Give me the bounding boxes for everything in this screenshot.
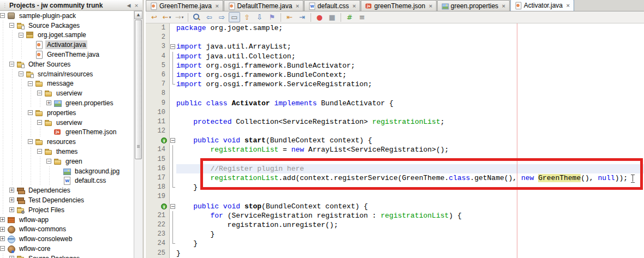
toggle-bookmark-icon[interactable]: ⚑ [266, 12, 278, 22]
fold-column[interactable] [170, 220, 176, 230]
fold-column[interactable] [170, 61, 176, 70]
uncomment-icon[interactable]: ≡ [356, 12, 368, 22]
expander-icon[interactable]: − [37, 91, 42, 95]
tab-close-icon[interactable]: × [502, 3, 506, 9]
shift-right-icon[interactable]: ⇥ [296, 12, 308, 22]
fold-column[interactable] [170, 108, 176, 117]
tab-greentheme-java[interactable]: GreenTheme.java× [146, 0, 223, 11]
tree-item-green[interactable]: −green [0, 157, 134, 166]
expander-icon[interactable]: + [0, 236, 5, 241]
back-icon[interactable]: ←▾ [161, 12, 172, 22]
tree-item-sample-plugin-pack[interactable]: −sample-plugin-pack [0, 11, 134, 21]
tab-green-properties[interactable]: green.properties× [437, 0, 510, 11]
tree-item-resources[interactable]: −resources [0, 137, 134, 147]
close-icon[interactable]: × [133, 3, 140, 8]
expander-icon[interactable]: − [0, 246, 5, 251]
tree-item-green-properties[interactable]: +green.properties [0, 98, 134, 108]
fold-collapse-icon[interactable]: − [170, 204, 175, 209]
forward-icon[interactable]: →▾ [174, 12, 185, 22]
expander-icon[interactable]: − [9, 23, 14, 28]
expander-icon[interactable]: − [19, 33, 23, 38]
tab-defaulttheme-java[interactable]: DefaultTheme.java× [224, 0, 303, 11]
tab-activator-java[interactable]: Activator.java× [510, 0, 574, 11]
shift-left-icon[interactable]: ⇤ [284, 12, 295, 22]
fold-column[interactable]: − [170, 42, 176, 51]
tab-close-icon[interactable]: × [215, 3, 219, 9]
tab-close-icon[interactable]: × [566, 3, 570, 8]
fold-column[interactable] [170, 127, 176, 136]
tree-item-wflow-commons[interactable]: +wflow-commons [0, 225, 134, 235]
fold-collapse-icon[interactable]: − [170, 44, 175, 49]
fold-column[interactable] [170, 117, 176, 127]
tree-scrollbar[interactable]: ▲ [134, 11, 142, 258]
tree-item-greentheme-json[interactable]: greenTheme.json [0, 128, 134, 137]
tab-greentheme-json[interactable]: greenTheme.json× [361, 0, 437, 11]
expander-icon[interactable]: − [19, 71, 23, 76]
expander-icon[interactable]: − [37, 120, 42, 125]
tree-item-dependencies[interactable]: +Dependencies [0, 185, 134, 195]
find-previous-icon[interactable]: ⇦ [204, 12, 215, 22]
expander-icon[interactable]: + [9, 207, 14, 212]
fold-column[interactable] [170, 52, 176, 61]
toggle-highlight-search-icon[interactable]: ▭ [229, 12, 240, 22]
expander-icon[interactable]: − [28, 110, 33, 115]
fold-column[interactable] [170, 211, 176, 220]
expander-icon[interactable]: − [0, 13, 5, 18]
dropdown-caret-icon[interactable]: ▾ [169, 15, 171, 20]
fold-column[interactable]: − [170, 136, 176, 145]
tree-item-themes[interactable]: −themes [0, 147, 134, 157]
scroll-up-icon[interactable]: ▲ [134, 11, 142, 19]
comment-icon[interactable]: # [344, 12, 355, 22]
fold-column[interactable]: − [170, 202, 176, 211]
tree-item-wflow-consoleweb[interactable]: +wflow-consoleweb [0, 234, 134, 244]
expander-icon[interactable]: − [28, 81, 33, 86]
fold-collapse-icon[interactable]: − [170, 138, 175, 143]
fold-column[interactable] [170, 23, 176, 33]
expander-icon[interactable]: + [9, 188, 14, 193]
tab-default-css[interactable]: default.css× [304, 0, 360, 11]
tree-item-wflow-core[interactable]: −wflow-core [0, 244, 134, 254]
fold-column[interactable] [170, 33, 176, 42]
previous-bookmark-icon[interactable]: ⇧ [241, 12, 253, 22]
tree-item-properties[interactable]: −properties [0, 108, 134, 118]
expander-icon[interactable]: − [9, 62, 14, 67]
implements-badge-icon[interactable]: I [161, 203, 167, 209]
expander-icon[interactable]: − [37, 149, 42, 154]
dock-window-icon[interactable]: ◀ [125, 3, 133, 8]
tree-item-message[interactable]: −message [0, 79, 134, 89]
tree-item-default-css[interactable]: default.css [0, 176, 134, 186]
dropdown-caret-icon[interactable]: ▾ [182, 15, 184, 20]
expander-icon[interactable]: + [46, 100, 51, 105]
tab-close-icon[interactable]: × [295, 3, 300, 9]
tree-item-activator-java[interactable]: Activator.java [0, 40, 134, 50]
fold-column[interactable] [170, 99, 176, 108]
scrollbar-thumb[interactable] [135, 20, 142, 159]
tree-item-source-packages[interactable]: +Source Packages [0, 254, 134, 258]
fold-column[interactable] [170, 173, 176, 183]
expander-icon[interactable]: − [28, 139, 33, 144]
fold-column[interactable] [170, 145, 176, 154]
fold-column[interactable] [170, 249, 176, 258]
tree-item-userview[interactable]: −userview [0, 88, 134, 98]
fold-column[interactable] [170, 192, 176, 201]
tree-item-greentheme-java[interactable]: GreenTheme.java [0, 50, 134, 59]
next-bookmark-icon[interactable]: ⇩ [254, 12, 265, 22]
tree-item-other-sources[interactable]: −Other Sources [0, 59, 134, 69]
tree-item-source-packages[interactable]: −Source Packages [0, 21, 134, 31]
tab-close-icon[interactable]: × [352, 3, 356, 9]
tree-item-background-jpg[interactable]: background.jpg [0, 166, 134, 176]
fold-column[interactable] [170, 89, 176, 98]
last-edit-location-icon[interactable]: ↩ [148, 12, 160, 22]
fold-column[interactable] [170, 164, 176, 173]
tree-item-org-joget-sample[interactable]: −org.joget.sample [0, 31, 134, 40]
expander-icon[interactable]: + [0, 217, 5, 222]
stop-macro-icon[interactable]: ■ [326, 12, 338, 22]
fold-column[interactable] [170, 183, 176, 192]
tree-item-userview[interactable]: −userview [0, 118, 134, 128]
tree-item-wflow-app[interactable]: +wflow-app [0, 215, 134, 225]
expander-icon[interactable]: + [0, 227, 5, 232]
tab-close-icon[interactable]: × [428, 3, 433, 9]
expander-icon[interactable]: + [9, 256, 14, 258]
tree-item-project-files[interactable]: +Project Files [0, 205, 134, 215]
expander-icon[interactable]: + [9, 197, 14, 202]
